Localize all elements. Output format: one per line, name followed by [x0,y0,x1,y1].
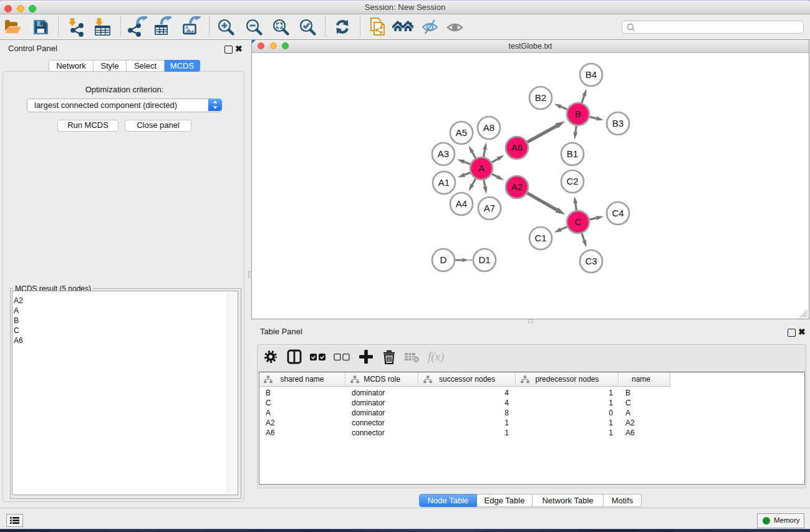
svg-text:C1: C1 [534,233,546,243]
svg-text:B1: B1 [567,148,578,159]
svg-text:C: C [575,216,582,227]
svg-text:A: A [478,163,485,173]
svg-text:A4: A4 [456,198,467,209]
svg-text:B3: B3 [612,118,624,128]
svg-text:A6: A6 [511,142,523,153]
svg-text:C2: C2 [566,176,578,186]
svg-text:D: D [440,254,447,265]
svg-text:A1: A1 [438,177,450,188]
svg-text:A3: A3 [438,148,449,159]
svg-text:B: B [575,109,581,119]
svg-text:B2: B2 [535,92,546,103]
svg-text:C4: C4 [612,208,624,218]
svg-text:B4: B4 [586,69,597,80]
svg-text:A8: A8 [483,122,494,133]
svg-text:A7: A7 [484,203,495,213]
svg-text:D1: D1 [478,254,490,265]
svg-text:C3: C3 [585,256,597,266]
svg-text:A2: A2 [511,181,523,192]
svg-text:A5: A5 [456,127,467,138]
